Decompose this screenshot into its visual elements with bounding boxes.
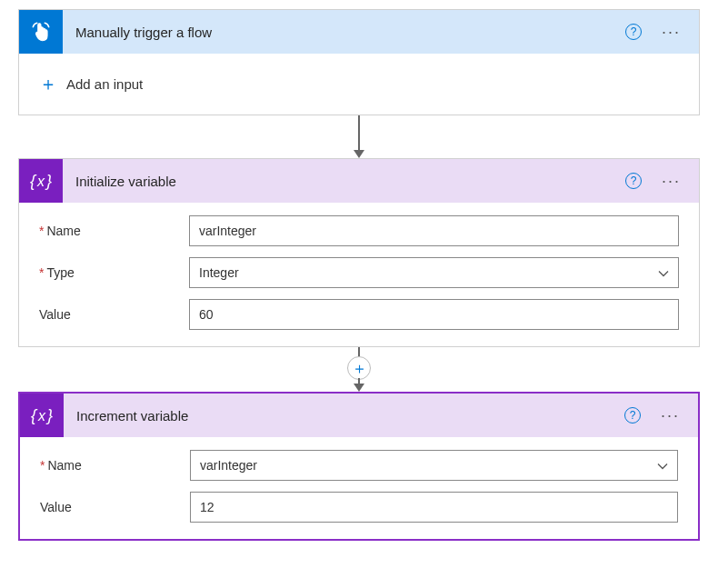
svg-text:{: { — [30, 172, 37, 190]
required-star-icon: * — [40, 458, 45, 473]
help-icon[interactable]: ? — [624, 407, 641, 424]
add-input-label: Add an input — [66, 76, 143, 92]
trigger-card: Manually trigger a flow ? ··· ＋ Add an i… — [18, 9, 700, 115]
type-select[interactable]: Integer — [189, 257, 679, 288]
value-input[interactable] — [189, 299, 679, 330]
type-label-text: Type — [46, 265, 74, 280]
initialize-variable-card: { x } Initialize variable ? ··· * Name *… — [18, 158, 700, 347]
type-value: Integer — [199, 265, 239, 280]
value-label: Value — [40, 500, 190, 514]
required-star-icon: * — [39, 265, 44, 280]
connector-2: ＋ — [18, 347, 700, 392]
incr-var-header-actions: ? ··· — [624, 406, 683, 425]
incr-var-body: * Name varInteger Value — [20, 437, 698, 539]
name-row: * Name varInteger — [40, 450, 678, 481]
value-input[interactable] — [190, 492, 678, 523]
init-var-body: * Name * Type Integer Value — [19, 203, 699, 346]
more-icon[interactable]: ··· — [658, 172, 684, 191]
svg-text:x: x — [36, 174, 45, 189]
help-icon[interactable]: ? — [625, 173, 642, 189]
chevron-down-icon — [658, 266, 669, 280]
name-label-text: Name — [47, 458, 81, 473]
variable-icon: { x } — [19, 159, 63, 203]
arrow-head-icon — [354, 384, 364, 392]
trigger-title: Manually trigger a flow — [63, 25, 625, 40]
name-label: * Name — [39, 224, 189, 238]
arrow-line — [358, 115, 360, 150]
add-step-button[interactable]: ＋ — [347, 356, 371, 380]
init-var-header-actions: ? ··· — [625, 172, 684, 191]
incr-var-header[interactable]: { x } Increment variable ? ··· — [20, 394, 698, 437]
name-value: varInteger — [200, 458, 257, 473]
name-input[interactable] — [189, 215, 679, 246]
connector-1 — [18, 115, 700, 158]
more-icon[interactable]: ··· — [658, 23, 684, 42]
add-input-button[interactable]: ＋ Add an input — [19, 54, 699, 115]
name-select[interactable]: varInteger — [190, 450, 678, 481]
svg-text:}: } — [45, 406, 53, 424]
name-row: * Name — [39, 215, 679, 246]
chevron-down-icon — [657, 459, 668, 473]
svg-text:{: { — [31, 406, 38, 424]
svg-text:}: } — [45, 172, 52, 190]
incr-var-title: Increment variable — [64, 408, 624, 424]
trigger-header[interactable]: Manually trigger a flow ? ··· — [19, 10, 699, 54]
name-label-text: Name — [46, 224, 80, 238]
trigger-header-actions: ? ··· — [625, 23, 684, 42]
value-label-text: Value — [40, 500, 72, 514]
plus-icon: ＋ — [39, 72, 57, 96]
help-icon[interactable]: ? — [625, 24, 642, 40]
value-label: Value — [39, 307, 189, 322]
value-row: Value — [40, 492, 678, 523]
type-row: * Type Integer — [39, 257, 679, 288]
value-label-text: Value — [39, 307, 71, 322]
more-icon[interactable]: ··· — [657, 406, 683, 425]
increment-variable-card: { x } Increment variable ? ··· * Name va… — [18, 392, 700, 541]
variable-icon: { x } — [20, 394, 64, 437]
init-var-header[interactable]: { x } Initialize variable ? ··· — [19, 159, 699, 203]
svg-text:x: x — [37, 408, 46, 424]
init-var-title: Initialize variable — [63, 174, 625, 189]
type-label: * Type — [39, 265, 189, 280]
required-star-icon: * — [39, 224, 44, 238]
value-row: Value — [39, 299, 679, 330]
name-label: * Name — [40, 458, 190, 473]
manual-trigger-icon — [19, 10, 63, 54]
arrow-head-icon — [354, 150, 364, 158]
